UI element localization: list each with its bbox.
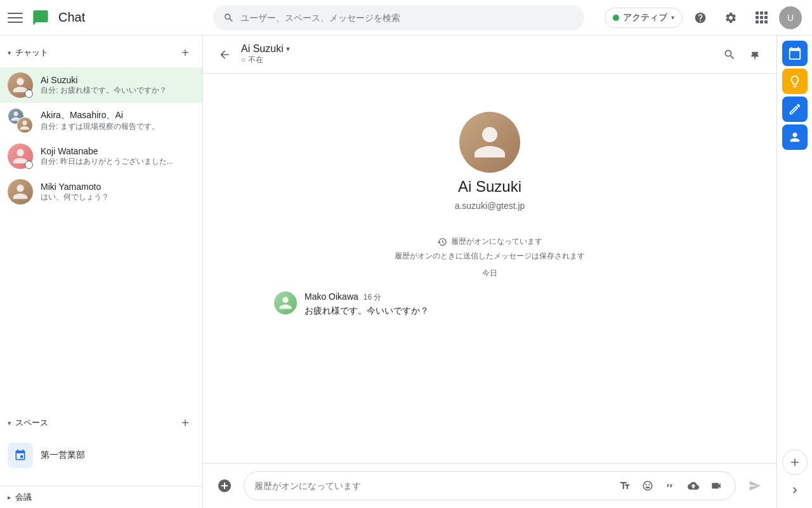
gif-button[interactable] bbox=[662, 477, 679, 495]
person-icon bbox=[19, 119, 30, 131]
message-avatar bbox=[274, 291, 297, 314]
sidebar: ▾ チャット + Ai Suzuki 自分: お疲れ様です。今いいですか？ bbox=[0, 36, 203, 508]
settings-button[interactable] bbox=[718, 5, 743, 30]
history-notice: 履歴がオンになっています 履歴がオンのときに送信したメッセージは保存されます 今… bbox=[395, 236, 585, 279]
profile-avatar-large bbox=[459, 112, 520, 173]
chat-item-name: Koji Watanabe bbox=[41, 146, 195, 156]
chat-section-header: ▾ チャット + bbox=[0, 38, 202, 67]
chat-avatar-miki bbox=[8, 179, 33, 204]
add-icon bbox=[789, 456, 801, 469]
messages-area: Mako Oikawa 16 分 お疲れ様です。今いいですか？ bbox=[261, 291, 718, 323]
pin-icon bbox=[749, 48, 761, 61]
chat-section-title: チャット bbox=[15, 47, 48, 58]
chat-item-info: Ai Suzuki 自分: お疲れ様です。今いいですか？ bbox=[41, 75, 195, 96]
gif-icon bbox=[665, 480, 676, 491]
help-button[interactable] bbox=[688, 5, 713, 30]
chat-avatar-ai bbox=[8, 72, 33, 98]
message-text: お疲れ様です。今いいですか？ bbox=[304, 304, 429, 318]
status-away-indicator bbox=[25, 161, 32, 168]
chevron-right-icon bbox=[789, 484, 801, 497]
chat-contact-name: Ai Suzuki bbox=[241, 43, 284, 55]
chat-avatar-akira-group bbox=[8, 108, 33, 133]
settings-icon bbox=[724, 11, 737, 24]
notes-panel-button[interactable] bbox=[782, 69, 808, 94]
chat-item-preview: 自分: まずは現場視察の報告です。 bbox=[41, 121, 195, 132]
chat-section-toggle[interactable]: ▾ チャット bbox=[8, 47, 48, 58]
search-input[interactable] bbox=[240, 13, 574, 23]
chat-item-info: Koji Watanabe 自分: 昨日はありがとうございました... bbox=[41, 146, 195, 167]
contacts-panel-button[interactable] bbox=[782, 124, 808, 150]
contact-name-dropdown-icon[interactable]: ▾ bbox=[286, 44, 290, 53]
status-away-indicator bbox=[25, 90, 32, 97]
chat-item-name: Akira、Masahiro、Ai bbox=[41, 110, 195, 121]
profile-email: a.suzuki@gtest.jp bbox=[455, 201, 525, 211]
add-attachment-button[interactable] bbox=[213, 474, 236, 497]
sidebar-item-miki-yamamoto[interactable]: Miki Yamamoto はい、何でしょう？ bbox=[0, 174, 202, 210]
history-on-text: 履歴がオンになっています bbox=[451, 236, 542, 247]
spaces-section-title: スペース bbox=[15, 417, 48, 429]
meeting-section-header[interactable]: ▸ 会議 bbox=[0, 486, 202, 508]
space-building-icon bbox=[14, 449, 27, 462]
sidebar-header: Chat bbox=[0, 8, 203, 28]
video-button[interactable] bbox=[707, 477, 725, 495]
status-dropdown[interactable]: アクティブ ▾ bbox=[605, 8, 683, 28]
emoji-icon bbox=[642, 480, 653, 491]
message-input[interactable] bbox=[254, 481, 611, 491]
send-button[interactable] bbox=[743, 474, 766, 497]
chevron-down-icon: ▾ bbox=[8, 419, 11, 427]
person-icon bbox=[278, 295, 293, 311]
contacts-icon bbox=[788, 130, 802, 144]
history-sub-text: 履歴がオンのときに送信したメッセージは保存されます bbox=[395, 251, 585, 262]
chat-item-preview: はい、何でしょう？ bbox=[41, 192, 195, 203]
message-sender: Mako Oikawa bbox=[304, 291, 358, 302]
message-row: Mako Oikawa 16 分 お疲れ様です。今いいですか？ bbox=[274, 291, 705, 318]
pin-button[interactable] bbox=[743, 43, 766, 66]
main-chat-area: Ai Suzuki ▾ ○ 不在 bbox=[203, 36, 776, 508]
search-icon bbox=[223, 12, 234, 23]
chat-item-name: Miki Yamamoto bbox=[41, 182, 195, 192]
top-right-actions: アクティブ ▾ bbox=[594, 5, 812, 30]
status-dot-icon bbox=[613, 15, 619, 21]
sidebar-item-sales-dept[interactable]: 第一営業部 bbox=[0, 438, 202, 473]
avatar-initials: U bbox=[787, 13, 794, 23]
space-item-name: 第一営業部 bbox=[41, 450, 85, 461]
back-button[interactable] bbox=[213, 43, 236, 66]
add-circle-icon bbox=[217, 478, 232, 493]
upload-button[interactable] bbox=[684, 477, 702, 495]
search-bar[interactable] bbox=[203, 5, 594, 30]
add-chat-button[interactable]: + bbox=[176, 43, 195, 62]
sidebar-item-akira-group[interactable]: Akira、Masahiro、Ai 自分: まずは現場視察の報告です。 bbox=[0, 103, 202, 138]
status-label: アクティブ bbox=[623, 12, 667, 23]
right-side-panel bbox=[776, 36, 812, 508]
sidebar-item-ai-suzuki[interactable]: Ai Suzuki 自分: お疲れ様です。今いいですか？ bbox=[0, 67, 202, 103]
chat-header: Ai Suzuki ▾ ○ 不在 bbox=[203, 36, 776, 74]
search-in-chat-button[interactable] bbox=[718, 43, 741, 66]
add-panel-button[interactable] bbox=[782, 450, 808, 475]
history-icon bbox=[437, 237, 447, 247]
chat-item-info: Miki Yamamoto はい、何でしょう？ bbox=[41, 182, 195, 203]
apps-button[interactable] bbox=[749, 5, 774, 30]
message-input-wrap[interactable] bbox=[244, 471, 736, 500]
hamburger-menu[interactable] bbox=[8, 10, 23, 25]
chat-avatar-koji bbox=[8, 144, 33, 169]
spaces-section-toggle[interactable]: ▾ スペース bbox=[8, 417, 48, 429]
format-button[interactable] bbox=[616, 477, 634, 495]
chat-item-name: Ai Suzuki bbox=[41, 75, 195, 85]
format-text-icon bbox=[619, 480, 631, 491]
calendar-panel-button[interactable] bbox=[782, 41, 808, 66]
chat-header-actions bbox=[718, 43, 766, 66]
add-space-button[interactable]: + bbox=[176, 413, 195, 432]
expand-panel-button[interactable] bbox=[782, 478, 808, 503]
tasks-icon bbox=[788, 102, 802, 116]
message-time: 16 分 bbox=[363, 292, 382, 303]
person-large-icon bbox=[471, 123, 509, 161]
emoji-button[interactable] bbox=[639, 477, 657, 495]
back-arrow-icon bbox=[218, 48, 231, 61]
contact-status: ○ 不在 bbox=[241, 55, 290, 65]
notes-icon bbox=[788, 74, 802, 88]
sidebar-item-koji-watanabe[interactable]: Koji Watanabe 自分: 昨日はありがとうございました... bbox=[0, 138, 202, 174]
tasks-panel-button[interactable] bbox=[782, 97, 808, 122]
message-content: Mako Oikawa 16 分 お疲れ様です。今いいですか？ bbox=[304, 291, 429, 318]
user-avatar[interactable]: U bbox=[779, 6, 802, 29]
chat-item-info: Akira、Masahiro、Ai 自分: まずは現場視察の報告です。 bbox=[41, 110, 195, 132]
